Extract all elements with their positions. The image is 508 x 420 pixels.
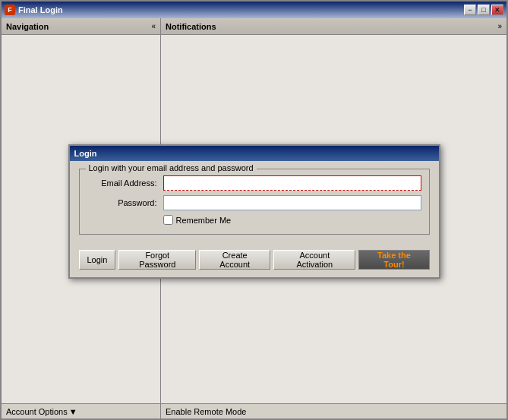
create-account-button[interactable]: Create Account [199, 250, 270, 270]
restore-button[interactable]: □ [478, 5, 490, 15]
email-label: Email Address: [87, 178, 163, 188]
account-options-label: Account Options [6, 407, 68, 416]
remember-me-row: Remember Me [163, 215, 421, 225]
app-icon: F [5, 5, 15, 15]
statusbar-account-options[interactable]: Account Options ▼ [2, 404, 161, 418]
password-input[interactable] [163, 195, 421, 210]
login-dialog: Login Login with your email address and … [68, 144, 440, 279]
main-window: F Final Login − □ ✕ Navigation « Noti [0, 0, 508, 420]
minimize-button[interactable]: − [464, 5, 476, 15]
main-area: Navigation « Notifications » Login [2, 18, 506, 403]
take-tour-button[interactable]: Take the Tour! [358, 250, 429, 270]
statusbar-remote-mode: Enable Remote Mode [161, 404, 506, 418]
dialog-body: Login with your email address and passwo… [70, 161, 439, 248]
dialog-buttons: Login Forgot Password Create Account Acc… [70, 248, 439, 277]
account-options-arrow: ▼ [69, 407, 77, 416]
dialog-title: Login [74, 149, 97, 158]
login-button[interactable]: Login [79, 250, 116, 270]
forgot-password-button[interactable]: Forgot Password [118, 250, 196, 270]
close-button[interactable]: ✕ [491, 5, 503, 15]
navigation-collapse-icon[interactable]: « [151, 22, 156, 30]
notifications-label: Notifications [166, 22, 216, 31]
group-legend: Login with your email address and passwo… [86, 163, 257, 172]
remember-me-checkbox[interactable] [163, 215, 173, 225]
statusbar: Account Options ▼ Enable Remote Mode [2, 403, 506, 418]
navigation-label: Navigation [6, 22, 49, 31]
email-row: Email Address: [87, 175, 421, 191]
titlebar: F Final Login − □ ✕ [2, 2, 506, 18]
login-group: Login with your email address and passwo… [79, 169, 430, 235]
dialog-titlebar: Login [70, 146, 439, 161]
titlebar-buttons: − □ ✕ [464, 5, 503, 15]
navigation-panel-header: Navigation « [2, 18, 160, 35]
remote-mode-label: Enable Remote Mode [166, 407, 246, 416]
notifications-panel-header: Notifications » [161, 18, 506, 35]
notifications-collapse-icon[interactable]: » [497, 22, 502, 30]
window-title: Final Login [18, 5, 63, 14]
password-row: Password: [87, 195, 421, 210]
password-label: Password: [87, 198, 163, 207]
titlebar-left: F Final Login [5, 5, 63, 15]
email-input[interactable] [163, 175, 421, 191]
account-activation-button[interactable]: Account Activation [273, 250, 355, 270]
remember-me-label: Remember Me [176, 216, 232, 225]
